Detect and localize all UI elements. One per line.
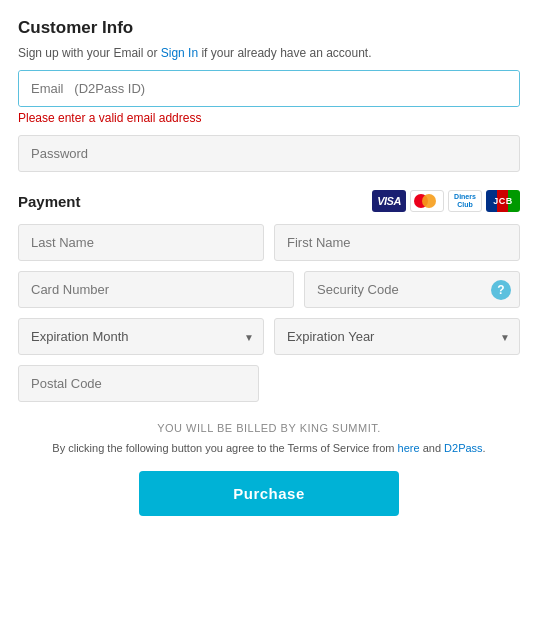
sign-in-link[interactable]: Sign In bbox=[161, 46, 198, 60]
email-input-wrapper bbox=[18, 70, 520, 107]
terms-prefix: By clicking the following button you agr… bbox=[52, 442, 397, 454]
email-input[interactable] bbox=[19, 71, 519, 106]
postal-code-row bbox=[18, 365, 259, 402]
purchase-button[interactable]: Purchase bbox=[139, 471, 399, 516]
expiration-month-select[interactable]: Expiration Month JanuaryFebruaryMarch Ap… bbox=[18, 318, 264, 355]
subtitle: Sign up with your Email or Sign In if yo… bbox=[18, 46, 520, 60]
subtitle-suffix: if your already have an account. bbox=[198, 46, 371, 60]
card-row: ? bbox=[18, 271, 520, 308]
subtitle-text: Sign up with your Email or bbox=[18, 46, 161, 60]
billing-note: YOU WILL BE BILLED BY KING SUMMIT. bbox=[18, 422, 520, 434]
d2pass-link[interactable]: D2Pass bbox=[444, 442, 483, 454]
security-code-input[interactable] bbox=[305, 272, 485, 307]
security-help-icon[interactable]: ? bbox=[491, 280, 511, 300]
visa-icon: VISA bbox=[372, 190, 406, 212]
payment-header: Payment VISA DinersClub JCB bbox=[18, 190, 520, 212]
security-code-wrapper: ? bbox=[304, 271, 520, 308]
expiration-month-wrapper: Expiration Month JanuaryFebruaryMarch Ap… bbox=[18, 318, 264, 355]
expiry-row: Expiration Month JanuaryFebruaryMarch Ap… bbox=[18, 318, 520, 355]
expiration-year-wrapper: Expiration Year 202420252026 20272028202… bbox=[274, 318, 520, 355]
payment-label: Payment bbox=[18, 193, 81, 210]
jcb-icon: JCB bbox=[486, 190, 520, 212]
diners-icon: DinersClub bbox=[448, 190, 482, 212]
first-name-input[interactable] bbox=[274, 224, 520, 261]
last-name-input[interactable] bbox=[18, 224, 264, 261]
card-icons: VISA DinersClub JCB bbox=[372, 190, 520, 212]
page-title: Customer Info bbox=[18, 18, 520, 38]
terms-suffix: . bbox=[483, 442, 486, 454]
expiration-year-select[interactable]: Expiration Year 202420252026 20272028202… bbox=[274, 318, 520, 355]
mastercard-icon bbox=[410, 190, 444, 212]
card-number-wrapper bbox=[18, 271, 294, 308]
card-number-input[interactable] bbox=[18, 271, 294, 308]
terms-here-link[interactable]: here bbox=[398, 442, 420, 454]
email-error: Please enter a valid email address bbox=[18, 111, 520, 125]
postal-code-input[interactable] bbox=[18, 365, 259, 402]
terms-text: By clicking the following button you agr… bbox=[18, 440, 520, 457]
terms-middle: and bbox=[420, 442, 444, 454]
password-wrapper bbox=[18, 135, 520, 172]
name-row bbox=[18, 224, 520, 261]
password-input[interactable] bbox=[18, 135, 520, 172]
